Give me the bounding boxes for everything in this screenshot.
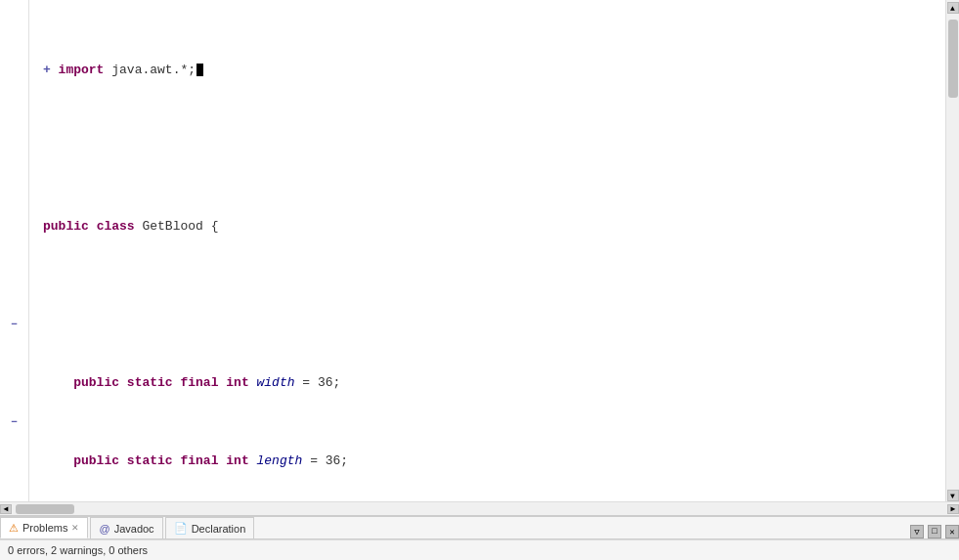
gutter-line-6: [0, 100, 28, 119]
gutter-line-15: [0, 276, 28, 295]
code-line-1: + import java.awt.*;: [39, 61, 945, 80]
gutter-line-3: [0, 41, 28, 61]
gutter-line-8: [0, 139, 28, 158]
tab-declaration[interactable]: 📄 Declaration: [165, 517, 255, 538]
code-editor: − − + import java.awt.*; public class Ge…: [0, 0, 959, 501]
scroll-up-arrow[interactable]: ▲: [947, 2, 959, 14]
code-scroll-area[interactable]: + import java.awt.*; public class GetBlo…: [29, 0, 945, 501]
gutter-line-10: [0, 178, 28, 197]
javadoc-icon: @: [99, 523, 109, 535]
close-panel-button[interactable]: ✕: [945, 525, 959, 538]
gutter-line-20: [0, 373, 28, 393]
gutter-line-13: [0, 237, 28, 256]
gutter-line-11: [0, 197, 28, 217]
gutter-line-19: [0, 354, 28, 373]
tab-problems-label: Problems: [22, 522, 67, 534]
tab-javadoc[interactable]: @ Javadoc: [90, 517, 162, 538]
gutter-line-21: [0, 393, 28, 412]
status-text: 0 errors, 2 warnings, 0 others: [8, 544, 148, 556]
scroll-right-arrow[interactable]: ▶: [947, 504, 959, 514]
scroll-thumb-v[interactable]: [948, 20, 958, 98]
maximize-panel-button[interactable]: □: [928, 525, 941, 538]
minimize-panel-button[interactable]: ▽: [910, 525, 924, 538]
import-collapse[interactable]: +: [43, 63, 59, 77]
gutter-line-14: [0, 256, 28, 276]
tab-javadoc-label: Javadoc: [114, 523, 154, 535]
editor-gutter: − −: [0, 0, 29, 501]
tab-bar: ⚠ Problems ✕ @ Javadoc 📄 Declaration ▽ □…: [0, 517, 959, 539]
code-line-2: [39, 139, 945, 158]
declaration-icon: 📄: [174, 522, 188, 535]
tab-problems[interactable]: ⚠ Problems ✕: [0, 517, 88, 538]
tab-declaration-label: Declaration: [192, 523, 246, 535]
code-text: + import java.awt.*; public class GetBlo…: [29, 0, 945, 501]
problems-tab-close: ✕: [71, 523, 79, 533]
bottom-panel: ⚠ Problems ✕ @ Javadoc 📄 Declaration ▽ □…: [0, 515, 959, 560]
scroll-thumb-h[interactable]: [16, 504, 74, 514]
scroll-down-arrow[interactable]: ▼: [947, 490, 959, 501]
gutter-line-1: [0, 2, 28, 22]
gutter-line-16: [0, 295, 28, 315]
gutter-line-9: [0, 158, 28, 178]
code-line-5: public static final int width = 36;: [39, 373, 945, 393]
code-line-3: public class GetBlood {: [39, 217, 945, 237]
code-line-4: [39, 295, 945, 315]
gutter-line-5: [0, 80, 28, 100]
gutter-line-2: [0, 22, 28, 41]
status-bar: 0 errors, 2 warnings, 0 others: [0, 539, 959, 560]
gutter-line-7: [0, 119, 28, 139]
gutter-line-12: [0, 217, 28, 237]
gutter-line-18: [0, 334, 28, 354]
horizontal-scrollbar[interactable]: ◀ ▶: [0, 501, 959, 515]
gutter-line-4: [0, 61, 28, 80]
vertical-scrollbar[interactable]: ▲ ▼: [945, 0, 959, 501]
collapse-position-block[interactable]: −: [0, 412, 28, 432]
scroll-left-arrow[interactable]: ◀: [0, 504, 12, 514]
code-line-6: public static final int length = 36;: [39, 452, 945, 471]
tab-actions: ▽ □ ✕: [910, 525, 959, 538]
scroll-track-v: [948, 14, 958, 490]
problems-icon: ⚠: [9, 522, 19, 535]
collapse-static-block[interactable]: −: [0, 315, 28, 334]
